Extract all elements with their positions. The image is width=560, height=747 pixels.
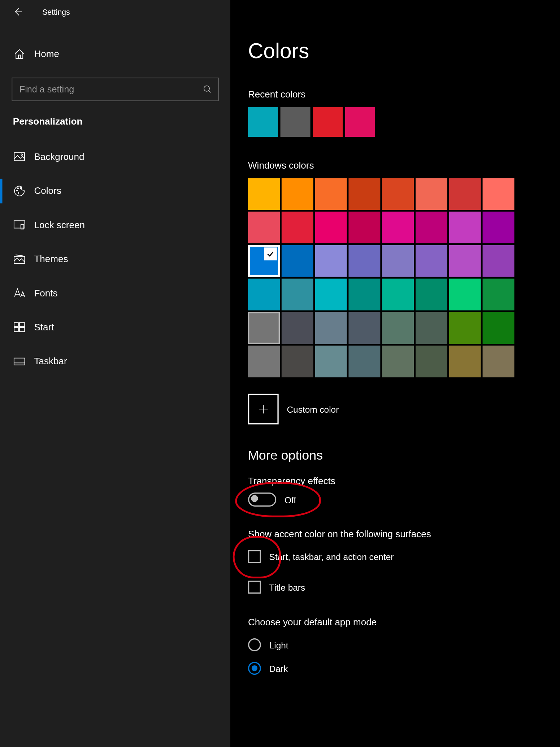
svg-point-2	[21, 154, 22, 155]
windows-color-swatch[interactable]	[348, 245, 380, 277]
svg-rect-1	[14, 153, 25, 161]
windows-color-swatch[interactable]	[348, 312, 380, 344]
windows-color-swatch[interactable]	[315, 212, 347, 243]
windows-color-swatch[interactable]	[282, 178, 313, 210]
windows-color-swatch[interactable]	[315, 312, 347, 344]
main-content: Colors Recent colors Windows colors Cust…	[230, 0, 560, 747]
section-title: Personalization	[0, 101, 230, 130]
windows-color-swatch[interactable]	[382, 212, 414, 243]
windows-color-swatch[interactable]	[416, 346, 447, 377]
plus-icon	[257, 403, 269, 415]
checkbox-titlebars[interactable]	[248, 581, 261, 594]
windows-color-swatch[interactable]	[483, 346, 515, 377]
nav-list: Background Colors Lock screen	[0, 140, 230, 378]
windows-color-swatch[interactable]	[348, 178, 380, 210]
windows-colors-grid	[248, 178, 543, 377]
windows-color-swatch[interactable]	[449, 279, 481, 310]
windows-color-swatch[interactable]	[416, 312, 447, 344]
image-icon	[13, 152, 26, 162]
windows-color-swatch[interactable]	[449, 212, 481, 243]
windows-color-swatch[interactable]	[282, 279, 313, 310]
windows-color-swatch[interactable]	[382, 312, 414, 344]
windows-color-swatch[interactable]	[282, 346, 313, 377]
windows-color-swatch[interactable]	[483, 279, 515, 310]
windows-color-swatch[interactable]	[348, 346, 380, 377]
recent-colors-heading: Recent colors	[248, 89, 543, 100]
windows-color-swatch[interactable]	[315, 346, 347, 377]
nav-item-colors[interactable]: Colors	[0, 174, 230, 208]
recent-color-swatch[interactable]	[313, 107, 343, 137]
transparency-state: Off	[285, 495, 296, 505]
svg-rect-10	[14, 323, 18, 326]
windows-color-swatch[interactable]	[483, 212, 515, 243]
windows-color-swatch[interactable]	[416, 212, 447, 243]
windows-color-swatch[interactable]	[382, 279, 414, 310]
search-box[interactable]	[12, 78, 219, 101]
windows-color-swatch[interactable]	[248, 346, 280, 377]
svg-rect-13	[19, 327, 25, 332]
windows-color-swatch[interactable]	[315, 279, 347, 310]
windows-color-swatch[interactable]	[315, 245, 347, 277]
nav-item-fonts[interactable]: Fonts	[0, 276, 230, 310]
windows-color-swatch[interactable]	[248, 279, 280, 310]
windows-color-swatch[interactable]	[248, 212, 280, 243]
windows-color-swatch[interactable]	[416, 279, 447, 310]
checkmark-icon	[264, 247, 277, 260]
windows-color-swatch[interactable]	[449, 312, 481, 344]
home-label: Home	[34, 49, 59, 59]
custom-color-button[interactable]	[248, 394, 279, 425]
windows-color-swatch[interactable]	[483, 245, 515, 277]
recent-color-swatch[interactable]	[281, 107, 311, 137]
windows-color-swatch[interactable]	[382, 245, 414, 277]
windows-color-swatch[interactable]	[348, 279, 380, 310]
windows-color-swatch[interactable]	[416, 178, 447, 210]
windows-color-swatch[interactable]	[483, 178, 515, 210]
nav-label: Lock screen	[34, 220, 84, 230]
more-options-heading: More options	[248, 448, 543, 463]
nav-item-lockscreen[interactable]: Lock screen	[0, 208, 230, 242]
windows-color-swatch[interactable]	[449, 178, 481, 210]
checkbox-start-taskbar-action[interactable]	[248, 550, 261, 563]
windows-color-swatch[interactable]	[449, 346, 481, 377]
home-icon	[13, 48, 26, 60]
windows-color-swatch[interactable]	[248, 178, 280, 210]
sidebar: Settings Home Personalization	[0, 0, 230, 747]
nav-label: Themes	[34, 254, 68, 264]
nav-label: Colors	[34, 186, 61, 196]
radio-label: Light	[269, 640, 288, 650]
start-icon	[13, 322, 26, 333]
home-nav-item[interactable]: Home	[0, 40, 230, 68]
windows-colors-heading: Windows colors	[248, 160, 543, 171]
windows-color-swatch[interactable]	[348, 212, 380, 243]
windows-color-swatch[interactable]	[416, 245, 447, 277]
windows-color-swatch[interactable]	[282, 245, 313, 277]
nav-item-start[interactable]: Start	[0, 310, 230, 344]
recent-color-swatch[interactable]	[345, 107, 375, 137]
nav-item-background[interactable]: Background	[0, 140, 230, 174]
radio-dark[interactable]	[248, 662, 261, 675]
back-button[interactable]	[10, 5, 25, 19]
nav-label: Fonts	[34, 288, 57, 299]
windows-color-swatch[interactable]	[282, 312, 313, 344]
windows-color-swatch[interactable]	[248, 312, 280, 344]
windows-color-swatch[interactable]	[382, 178, 414, 210]
windows-color-swatch[interactable]	[248, 245, 280, 277]
windows-color-swatch[interactable]	[315, 178, 347, 210]
recent-color-swatch[interactable]	[248, 107, 278, 137]
radio-light[interactable]	[248, 638, 261, 651]
search-input[interactable]	[18, 83, 203, 95]
svg-point-5	[20, 188, 21, 189]
transparency-toggle[interactable]	[248, 492, 276, 507]
svg-point-4	[17, 188, 18, 189]
windows-color-swatch[interactable]	[449, 245, 481, 277]
fonts-icon	[13, 288, 26, 299]
svg-point-3	[17, 190, 18, 191]
svg-point-6	[18, 192, 19, 194]
nav-item-taskbar[interactable]: Taskbar	[0, 344, 230, 378]
nav-item-themes[interactable]: Themes	[0, 242, 230, 276]
themes-icon	[13, 254, 26, 264]
windows-color-swatch[interactable]	[483, 312, 515, 344]
app-mode-label: Choose your default app mode	[248, 617, 543, 627]
windows-color-swatch[interactable]	[282, 212, 313, 243]
windows-color-swatch[interactable]	[382, 346, 414, 377]
